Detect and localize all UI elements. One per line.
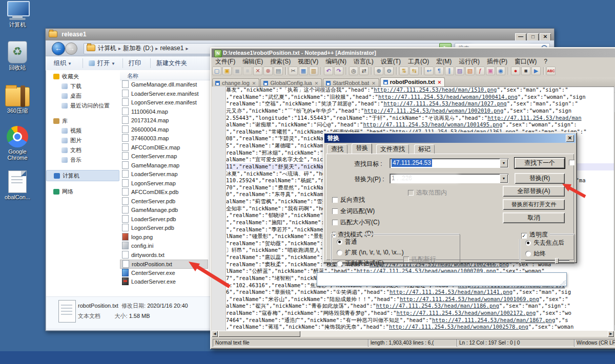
sidebar-subitem[interactable]: 文档 (46, 145, 119, 155)
zoom-out-icon[interactable]: ⊖ (384, 67, 394, 75)
replace-button[interactable]: 替换(R) (515, 173, 565, 184)
find-icon[interactable]: ◎ (349, 67, 358, 75)
sidebar-item-3[interactable]: 计算机 (46, 170, 119, 181)
cancel-button[interactable]: 取消 (503, 212, 565, 223)
sync-v-scroll-icon[interactable]: ⇅ (399, 67, 408, 75)
folder-workspace-icon[interactable]: ▣ (486, 67, 495, 75)
breadcrumb-segment[interactable]: 新加卷 (D:) (123, 45, 153, 52)
file-row[interactable]: LoaderServer.pdb (120, 215, 208, 224)
sync-h-scroll-icon[interactable]: ⇆ (409, 67, 419, 75)
transparency-mode-radio[interactable]: 始终 (525, 249, 564, 258)
sidebar-item-2[interactable]: 库 (46, 116, 119, 126)
editor-tab-robotPosition-txt[interactable]: robotPosition.txt✕ (380, 77, 445, 87)
side-checkbox[interactable] (569, 160, 575, 165)
sidebar-subitem[interactable]: 下载 (46, 81, 119, 91)
file-row[interactable]: GameManage.dll.manifest (120, 80, 208, 90)
toolbar-item-3[interactable]: 打印 (129, 59, 141, 68)
find-next-button[interactable]: 查找下一个 (515, 158, 565, 168)
toolbar-item-2[interactable]: 打开▼ (89, 59, 115, 68)
menu-item[interactable]: 设置(T) (377, 58, 404, 65)
transparency-mode-radio[interactable]: 失去焦点后 (525, 239, 564, 247)
forward-button[interactable]: → (65, 42, 77, 55)
option-checkbox[interactable]: 全词匹配(W) (332, 207, 380, 216)
macro-record-icon[interactable]: ● (511, 67, 520, 75)
find-target-combobox[interactable]: 47.111.254.53 ▼ (389, 158, 508, 168)
replace-icon[interactable]: ⇄ (359, 67, 368, 75)
scroll-left-icon[interactable]: ◀ (212, 331, 218, 337)
sidebar-subitem[interactable]: 桌面 (46, 91, 119, 101)
close-all-icon[interactable]: ⊗ (263, 67, 273, 75)
macro-play-icon[interactable]: ▶ (531, 67, 541, 75)
menu-item[interactable]: 编码(N) (322, 58, 350, 65)
resize-grip-icon[interactable] (560, 280, 566, 285)
file-row[interactable]: dirtywords.txt (120, 251, 208, 260)
monitoring-icon[interactable]: ◉ (496, 67, 505, 75)
minimize-button[interactable]: — (515, 33, 526, 41)
sidebar-item-4[interactable]: 网络 (46, 186, 119, 197)
desktop-icon-chrome[interactable]: Google Chrome (1, 126, 34, 161)
option-checkbox[interactable]: 反向查找 (332, 196, 380, 204)
file-row[interactable]: LoaderServer.exe.manifest (120, 90, 208, 99)
horizontal-scroll-thumb[interactable] (218, 331, 300, 337)
explorer-titlebar[interactable]: release1 —□✕ (46, 29, 554, 40)
menu-item[interactable]: 插件(P) (483, 58, 511, 65)
show-all-chars-icon[interactable]: ¶ (435, 67, 444, 75)
file-row[interactable]: GameManage.pdb (120, 206, 208, 215)
menu-item[interactable]: 语言(L) (350, 58, 377, 65)
menu-item[interactable]: 宏(M) (433, 58, 455, 65)
indent-guide-icon[interactable]: ∥ (445, 67, 454, 75)
menu-item[interactable]: 窗口(W) (511, 58, 540, 65)
file-row[interactable]: 26600004.map (120, 125, 208, 135)
file-row[interactable]: config.ini (120, 242, 208, 251)
breadcrumb-separator-icon[interactable]: ▸ (116, 46, 123, 51)
search-mode-radio[interactable]: 扩展 (\n, \r, \t, \0, \x...) (337, 248, 404, 257)
sidebar-subitem[interactable]: 图片 (46, 136, 119, 145)
menu-item[interactable]: 视图(V) (294, 58, 322, 65)
function-list-icon[interactable]: ƒ (476, 67, 485, 75)
file-row[interactable]: robotPosition.txt (120, 260, 208, 269)
breadcrumb-segment[interactable]: release1 (160, 45, 183, 52)
menu-item[interactable]: 运行(R) (455, 58, 483, 65)
file-row[interactable]: AFCComDllEx.pdb (120, 188, 208, 197)
transparency-checkbox[interactable]: ✓透明度 (519, 230, 550, 239)
editor-tab-StartRobot-bat[interactable]: StartRobot.bat✕ (323, 78, 379, 87)
dialog-titlebar[interactable]: 替换 ✕ (324, 134, 576, 143)
close-icon[interactable]: ✕ (253, 67, 262, 75)
option-checkbox[interactable]: 匹配大小写(C) (332, 218, 380, 227)
new-file-icon[interactable]: ▢ (212, 67, 221, 75)
menu-item[interactable]: ? (540, 58, 551, 65)
cut-icon[interactable]: ✂ (289, 67, 298, 75)
transparency-slider[interactable] (525, 258, 569, 263)
open-folder-icon[interactable]: ▣ (222, 67, 232, 75)
file-row[interactable]: LogonServer.pdb (120, 224, 208, 233)
replace-all-open-files-button[interactable]: 替换所有打开文件 (503, 199, 565, 210)
file-row[interactable]: 37460003.map (120, 134, 208, 143)
desktop-icon-recycle-bin[interactable]: ♻ 回收站 (1, 41, 34, 71)
file-row[interactable]: LoaderServer.map (120, 170, 208, 179)
editor-tab-change-log[interactable]: change.log✕ (212, 78, 259, 87)
desktop-icon-computer[interactable]: 计算机 (1, 1, 34, 28)
close-button[interactable]: ✕ (540, 33, 551, 41)
file-row[interactable]: LogonServer.map (120, 179, 208, 188)
macro-stop-icon[interactable]: ■ (521, 67, 530, 75)
word-wrap-icon[interactable]: ↩ (424, 67, 434, 75)
dialog-tab-inactive[interactable]: 标记 (414, 144, 435, 154)
tab-close-icon[interactable]: ✕ (250, 81, 256, 86)
spell-check-icon[interactable]: ABC (546, 67, 556, 75)
horizontal-scrollbar[interactable]: ◀ ▶ (212, 331, 615, 337)
back-button[interactable]: ← (52, 42, 65, 55)
toolbar-item-1[interactable]: 组织▼ (54, 59, 72, 68)
slider-thumb[interactable] (555, 258, 559, 264)
paste-icon[interactable]: ▥ (309, 67, 318, 75)
file-row[interactable]: CenterServer.exe (120, 269, 208, 278)
breadcrumb-separator-icon[interactable]: ▸ (183, 46, 190, 51)
notepadpp-titlebar[interactable]: N D:\release1\robotPosition.txt - Notepa… (212, 49, 615, 57)
chevron-down-icon[interactable]: ▼ (500, 174, 508, 183)
file-row[interactable]: logo.png (120, 233, 208, 242)
search-mode-radio[interactable]: 正则表达式(E) (337, 259, 404, 268)
doc-map-icon[interactable]: ▨ (455, 67, 464, 75)
dialog-close-button[interactable]: ✕ (566, 135, 574, 142)
file-row[interactable]: GameManage.map (120, 161, 208, 170)
menu-item[interactable]: 搜索(S) (266, 58, 294, 65)
desktop-icon-360zip[interactable]: 360压缩 (1, 87, 34, 114)
